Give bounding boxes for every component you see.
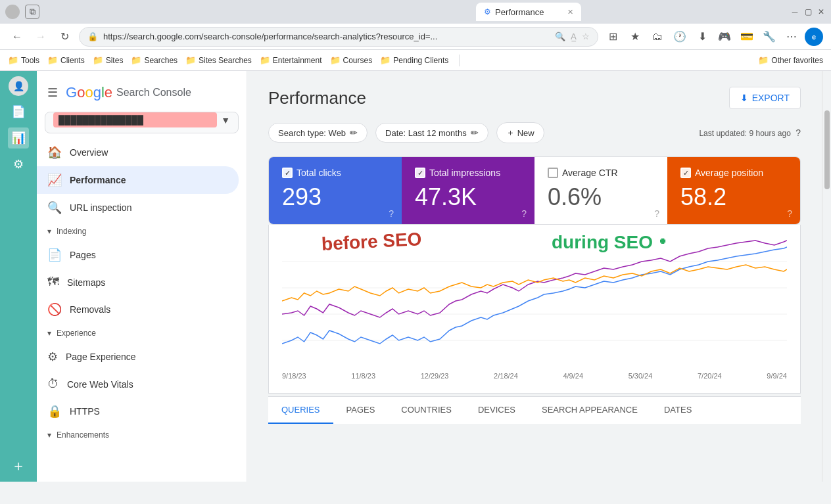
downloads-icon[interactable]: ⬇ bbox=[693, 28, 711, 46]
removals-icon: 🚫 bbox=[47, 302, 62, 317]
tab-queries[interactable]: QUERIES bbox=[268, 397, 333, 424]
address-bar[interactable]: 🔒 https://search.google.com/search-conso… bbox=[79, 27, 598, 47]
property-selector[interactable]: ██████████████ ▼ bbox=[45, 112, 239, 133]
metric-help-ctr[interactable]: ? bbox=[654, 208, 659, 219]
bookmark-tools[interactable]: 📁 Tools bbox=[8, 55, 39, 65]
export-button[interactable]: ⬇ EXPORT bbox=[729, 87, 801, 109]
toolbar-settings-icon[interactable]: ⚙ bbox=[8, 154, 29, 175]
refresh-button[interactable]: ↻ bbox=[55, 28, 74, 46]
sidebar-item-label: Core Web Vitals bbox=[67, 379, 133, 390]
games-icon[interactable]: 🎮 bbox=[715, 28, 734, 46]
nav-bar: ← → ↻ 🔒 https://search.google.com/search… bbox=[0, 24, 831, 50]
page-experience-icon: ⚙ bbox=[47, 350, 58, 364]
metric-name-position: Average position bbox=[695, 168, 763, 178]
toolbar-pages-icon[interactable]: 📄 bbox=[8, 101, 29, 122]
bookmark-label: Sites Searches bbox=[199, 56, 252, 65]
toolbar-add-icon[interactable]: ＋ bbox=[8, 455, 29, 476]
bookmark-searches[interactable]: 📁 Searches bbox=[131, 55, 178, 65]
metric-help-impressions[interactable]: ? bbox=[521, 208, 527, 219]
main-content: Performance ⬇ EXPORT Search type: Web ✏ … bbox=[247, 71, 822, 482]
scroll-thumb[interactable] bbox=[824, 110, 830, 189]
sidebar-item-core-web-vitals[interactable]: ⏱ Core Web Vitals bbox=[37, 371, 239, 398]
sidebar-item-url-inspection[interactable]: 🔍 URL inspection bbox=[37, 194, 239, 221]
extensions-icon[interactable]: 🔧 bbox=[760, 28, 778, 46]
sidebar-item-page-experience[interactable]: ⚙ Page Experience bbox=[37, 343, 239, 371]
history-icon[interactable]: 🕐 bbox=[671, 28, 689, 46]
bookmark-label: Sites bbox=[106, 56, 124, 65]
left-toolbar: 👤 📄 📊 ⚙ ＋ bbox=[0, 71, 37, 482]
bookmark-clients[interactable]: 📁 Clients bbox=[47, 55, 85, 65]
sitemaps-icon: 🗺 bbox=[47, 275, 59, 289]
metric-name-impressions: Total impressions bbox=[429, 168, 500, 178]
section-label: Enhancements bbox=[57, 430, 109, 440]
profile-icon[interactable] bbox=[5, 5, 20, 19]
bookmarks-separator bbox=[459, 55, 460, 66]
indexing-section-header[interactable]: ▾ Indexing bbox=[37, 221, 247, 241]
help-icon[interactable]: ? bbox=[795, 127, 801, 138]
x-label-7: 7/20/24 bbox=[698, 372, 722, 380]
x-axis-labels: 9/18/23 11/8/23 12/29/23 2/18/24 4/9/24 … bbox=[282, 369, 787, 382]
sidebar-item-label: Removals bbox=[70, 304, 110, 315]
bookmark-icon[interactable]: ☆ bbox=[582, 32, 590, 41]
bookmark-pending-clients[interactable]: 📁 Pending Clients bbox=[380, 55, 448, 65]
sidebar-item-label: Sitemaps bbox=[67, 277, 105, 288]
tab-search-appearance[interactable]: SEARCH APPEARANCE bbox=[529, 397, 651, 424]
metric-card-ctr: Average CTR 0.6% ? bbox=[534, 157, 667, 224]
minimize-button[interactable]: ─ bbox=[790, 7, 799, 16]
bookmark-other-favorites[interactable]: 📁 Other favorites bbox=[758, 55, 823, 65]
metric-checkbox-ctr[interactable] bbox=[548, 168, 558, 178]
metric-checkbox-impressions[interactable] bbox=[415, 168, 425, 178]
bookmark-sites[interactable]: 📁 Sites bbox=[93, 55, 124, 65]
metric-help-position[interactable]: ? bbox=[787, 208, 792, 219]
web-vitals-icon: ⏱ bbox=[47, 377, 59, 391]
sidebar-item-https[interactable]: 🔒 HTTPS bbox=[37, 398, 239, 425]
bookmark-entertainment[interactable]: 📁 Entertainment bbox=[260, 55, 322, 65]
bookmark-sites-searches[interactable]: 📁 Sites Searches bbox=[185, 55, 252, 65]
filter-label: Search type: Web bbox=[278, 128, 346, 138]
new-tab-icon[interactable]: ⧉ bbox=[25, 5, 39, 19]
hamburger-icon[interactable]: ☰ bbox=[47, 85, 58, 100]
sidebar-item-label: Performance bbox=[70, 175, 126, 185]
search-type-filter[interactable]: Search type: Web ✏ bbox=[268, 123, 368, 143]
tab-pages[interactable]: PAGES bbox=[333, 397, 389, 424]
metric-value-clicks: 293 bbox=[282, 183, 389, 211]
x-label-3: 12/29/23 bbox=[421, 372, 449, 380]
edge-icon[interactable]: e bbox=[805, 28, 823, 46]
tab-devices[interactable]: DEVICES bbox=[465, 397, 529, 424]
date-filter[interactable]: Date: Last 12 months ✏ bbox=[375, 123, 488, 143]
tab-title: Performance bbox=[495, 7, 544, 17]
sidebar-item-performance[interactable]: 📈 Performance bbox=[37, 166, 239, 194]
new-filter-button[interactable]: ＋ New bbox=[496, 122, 544, 143]
collections-icon[interactable]: 🗂 bbox=[648, 28, 667, 46]
active-tab[interactable]: ⚙ Performance ✕ bbox=[476, 3, 581, 21]
experience-section-header[interactable]: ▾ Experience bbox=[37, 323, 247, 343]
tab-close[interactable]: ✕ bbox=[567, 8, 573, 16]
tab-dates[interactable]: DATES bbox=[651, 397, 705, 424]
favorites-icon[interactable]: ★ bbox=[626, 28, 644, 46]
metric-checkbox-position[interactable] bbox=[680, 168, 691, 178]
x-label-4: 2/18/24 bbox=[494, 372, 518, 380]
tab-countries[interactable]: COUNTRIES bbox=[388, 397, 465, 424]
section-label: Indexing bbox=[57, 227, 86, 236]
sidebar-item-removals[interactable]: 🚫 Removals bbox=[37, 296, 239, 323]
sidebar-item-sitemaps[interactable]: 🗺 Sitemaps bbox=[37, 269, 239, 296]
folder-icon: 📁 bbox=[260, 55, 270, 65]
forward-button[interactable]: → bbox=[32, 28, 50, 46]
metric-help-clicks[interactable]: ? bbox=[389, 208, 394, 219]
maximize-button[interactable]: ▢ bbox=[803, 7, 813, 16]
scrollbar[interactable] bbox=[822, 71, 831, 482]
enhancements-section-header[interactable]: ▾ Enhancements bbox=[37, 425, 247, 445]
folder-icon: 📁 bbox=[758, 55, 769, 65]
sidebar-item-overview[interactable]: 🏠 Overview bbox=[37, 139, 239, 166]
folder-icon: 📁 bbox=[185, 55, 196, 65]
avatar[interactable]: 👤 bbox=[9, 76, 28, 96]
wallet-icon[interactable]: 💳 bbox=[738, 28, 756, 46]
metric-checkbox-clicks[interactable] bbox=[282, 168, 293, 178]
back-button[interactable]: ← bbox=[8, 28, 26, 46]
bookmark-courses[interactable]: 📁 Courses bbox=[330, 55, 373, 65]
toolbar-chart-icon[interactable]: 📊 bbox=[8, 127, 29, 149]
close-button[interactable]: ✕ bbox=[817, 7, 826, 16]
split-view-icon[interactable]: ⊞ bbox=[604, 28, 622, 46]
sidebar-item-pages[interactable]: 📄 Pages bbox=[37, 241, 239, 269]
more-icon[interactable]: ⋯ bbox=[782, 28, 801, 46]
